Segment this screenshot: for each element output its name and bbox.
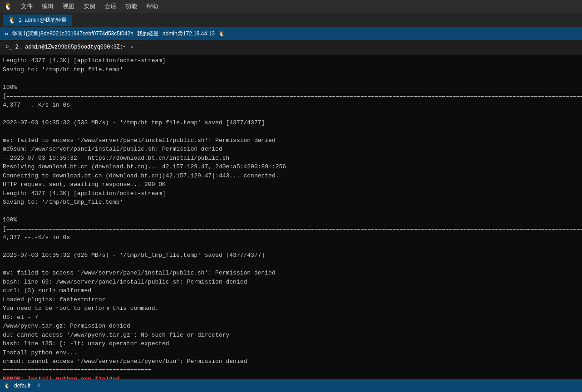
linux-icon: 🐧 bbox=[4, 2, 13, 11]
terminal-line: mv: failed to access '/www/server/panel/… bbox=[3, 269, 579, 278]
terminal-empty-line bbox=[3, 207, 579, 216]
session-tab-label: 1_admin@我的轻量 bbox=[19, 16, 67, 24]
terminal-line: mv: failed to access '/www/server/panel/… bbox=[3, 136, 579, 145]
terminal-empty-line bbox=[3, 260, 579, 269]
session-tab-linux-icon: 🐧 bbox=[8, 16, 16, 24]
session-bar: 🐧 1_admin@我的轻量 bbox=[0, 13, 582, 27]
info-admin-ip: admin@172.19.44.13 bbox=[163, 30, 215, 37]
menu-view[interactable]: 视图 bbox=[59, 1, 78, 11]
terminal-tabs: >_ 2. admin@iZwz99b65p9oodtyq000k3Z:~ × bbox=[0, 40, 582, 54]
terminal-line: Install python env... bbox=[3, 348, 579, 358]
terminal-empty-line bbox=[3, 127, 579, 136]
terminal-empty-line bbox=[3, 242, 579, 251]
terminal-line: --2023-07-03 10:35:32-- https://download… bbox=[3, 154, 579, 163]
terminal-empty-line bbox=[3, 109, 579, 118]
menu-file[interactable]: 文件 bbox=[17, 1, 36, 11]
terminal-line: du: cannot access '/www/pyenv.tar.gz': N… bbox=[3, 331, 579, 340]
terminal-tab-close[interactable]: × bbox=[129, 44, 135, 50]
terminal-line: 2023-07-03 10:35:32 (533 MB/s) - '/tmp/b… bbox=[3, 118, 579, 127]
terminal-line: curl: (3) <url> malformed bbox=[3, 286, 579, 295]
terminal-line: 2023-07-03 10:35:32 (626 MB/s) - '/tmp/b… bbox=[3, 251, 579, 260]
terminal-line: bash: line 135: [: -lt: unary operator e… bbox=[3, 339, 579, 348]
terminal-empty-line bbox=[3, 74, 579, 83]
session-tab[interactable]: 🐧 1_admin@我的轻量 bbox=[3, 15, 72, 26]
terminal-line: chmod: cannot access '/www/server/panel/… bbox=[3, 357, 579, 366]
add-tab-button[interactable]: + bbox=[34, 381, 44, 391]
terminal-line: Length: 4377 (4.3K) [application/octet-s… bbox=[3, 189, 579, 198]
menu-session[interactable]: 会话 bbox=[101, 1, 120, 11]
terminal-line: 100%[===================================… bbox=[3, 216, 579, 242]
terminal-content[interactable]: Length: 4377 (4.3K) [application/octet-s… bbox=[0, 54, 582, 379]
terminal-line: Saving to: '/tmp/bt_tmp_file.temp' bbox=[3, 198, 579, 207]
info-linux-icon: 🐧 bbox=[218, 30, 225, 37]
terminal-line: ========================================… bbox=[3, 366, 579, 375]
status-bar: 🐧 default + bbox=[0, 379, 582, 392]
terminal-line: 100%[===================================… bbox=[3, 83, 579, 110]
terminal-line: You need to be root to perform this comm… bbox=[3, 304, 579, 313]
terminal-line: Loaded plugins: fastestmirror bbox=[3, 295, 579, 304]
menu-bar: 🐧 文件 编辑 视图 实例 会话 功能 帮助 bbox=[0, 0, 582, 13]
info-region: 华南1(深圳)8de8021c201947cebf0774d53c5f042e bbox=[12, 30, 133, 38]
menu-instance[interactable]: 实例 bbox=[80, 1, 99, 11]
menu-function[interactable]: 功能 bbox=[122, 1, 141, 11]
info-server-name: 我的轻量 bbox=[137, 30, 159, 38]
terminal-line: md5sum: /www/server/panel/install/public… bbox=[3, 145, 579, 154]
terminal-line: /www/pyenv.tar.gz: Permission denied bbox=[3, 322, 579, 331]
terminal-error-line: ERROR: Install python env fielded. bbox=[3, 375, 579, 379]
menu-help[interactable]: 帮助 bbox=[143, 1, 162, 11]
terminal-line: OS: el - 7 bbox=[3, 313, 579, 322]
status-linux-icon: 🐧 bbox=[4, 382, 10, 389]
info-bar: ⇔ 华南1(深圳)8de8021c201947cebf0774d53c5f042… bbox=[0, 27, 582, 40]
terminal-line: Resolving download.bt.cn (download.bt.cn… bbox=[3, 162, 579, 172]
terminal-line: bash: line 69: /www/server/panel/install… bbox=[3, 278, 579, 287]
terminal-tab-active[interactable]: >_ 2. admin@iZwz99b65p9oodtyq000k3Z:~ × bbox=[0, 41, 141, 53]
expand-icon[interactable]: ⇔ bbox=[5, 30, 8, 38]
status-tab-label[interactable]: default bbox=[14, 382, 30, 389]
terminal-line: HTTP request sent, awaiting response... … bbox=[3, 180, 579, 189]
terminal-tab-label: >_ 2. admin@iZwz99b65p9oodtyq000k3Z:~ bbox=[5, 44, 126, 50]
terminal-line: Length: 4377 (4.3K) [application/octet-s… bbox=[3, 56, 579, 65]
terminal-line: Connecting to download.bt.cn (download.b… bbox=[3, 172, 579, 181]
terminal-line: Saving to: '/tmp/bt_tmp_file.temp' bbox=[3, 65, 579, 74]
menu-edit[interactable]: 编辑 bbox=[38, 1, 57, 11]
